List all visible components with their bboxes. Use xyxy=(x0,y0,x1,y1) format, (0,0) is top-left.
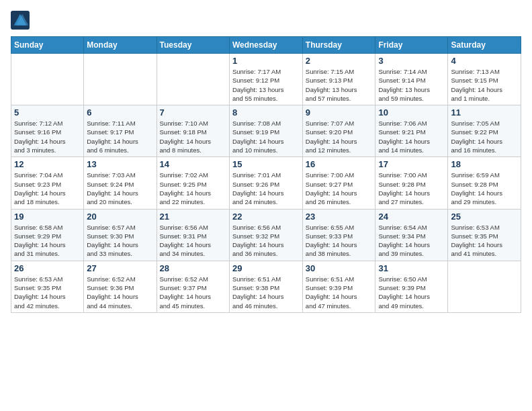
day-number: 17 xyxy=(378,159,445,169)
day-info: Sunrise: 6:56 AM Sunset: 9:32 PM Dayligh… xyxy=(232,223,300,259)
calendar-cell: 30Sunrise: 6:51 AM Sunset: 9:39 PM Dayli… xyxy=(302,261,375,312)
day-number: 24 xyxy=(378,212,445,222)
calendar-cell xyxy=(448,261,521,312)
calendar-cell: 10Sunrise: 7:06 AM Sunset: 9:21 PM Dayli… xyxy=(375,105,448,157)
day-info: Sunrise: 7:13 AM Sunset: 9:15 PM Dayligh… xyxy=(451,67,518,103)
calendar-cell: 8Sunrise: 7:08 AM Sunset: 9:19 PM Daylig… xyxy=(229,105,302,157)
calendar-cell: 23Sunrise: 6:55 AM Sunset: 9:33 PM Dayli… xyxy=(302,209,375,261)
calendar-week-row: 19Sunrise: 6:58 AM Sunset: 9:29 PM Dayli… xyxy=(11,209,521,261)
calendar-cell: 7Sunrise: 7:10 AM Sunset: 9:18 PM Daylig… xyxy=(157,105,229,157)
day-number: 4 xyxy=(451,56,518,66)
calendar-cell: 5Sunrise: 7:12 AM Sunset: 9:16 PM Daylig… xyxy=(11,105,84,157)
calendar-cell: 16Sunrise: 7:00 AM Sunset: 9:27 PM Dayli… xyxy=(302,157,375,209)
logo xyxy=(11,11,32,30)
day-info: Sunrise: 7:12 AM Sunset: 9:16 PM Dayligh… xyxy=(14,119,81,154)
day-number: 25 xyxy=(451,212,518,222)
calendar-cell: 9Sunrise: 7:07 AM Sunset: 9:20 PM Daylig… xyxy=(302,105,375,157)
day-number: 13 xyxy=(87,159,153,169)
day-info: Sunrise: 7:17 AM Sunset: 9:12 PM Dayligh… xyxy=(232,67,300,103)
calendar-cell: 21Sunrise: 6:56 AM Sunset: 9:31 PM Dayli… xyxy=(157,209,229,261)
weekday-header: Sunday xyxy=(11,37,84,54)
day-number: 16 xyxy=(306,159,373,169)
calendar-cell: 6Sunrise: 7:11 AM Sunset: 9:17 PM Daylig… xyxy=(84,105,157,157)
calendar-cell: 4Sunrise: 7:13 AM Sunset: 9:15 PM Daylig… xyxy=(448,54,521,105)
day-number: 7 xyxy=(160,107,226,118)
day-number: 12 xyxy=(14,159,81,169)
day-number: 28 xyxy=(160,263,226,273)
calendar-cell xyxy=(157,54,229,105)
weekday-header: Monday xyxy=(84,37,157,54)
calendar-cell: 2Sunrise: 7:15 AM Sunset: 9:13 PM Daylig… xyxy=(302,54,375,105)
day-info: Sunrise: 7:00 AM Sunset: 9:27 PM Dayligh… xyxy=(306,171,373,206)
day-number: 10 xyxy=(378,107,445,118)
calendar-cell: 1Sunrise: 7:17 AM Sunset: 9:12 PM Daylig… xyxy=(229,54,302,105)
day-number: 15 xyxy=(232,159,300,169)
weekday-header: Wednesday xyxy=(229,37,302,54)
calendar-cell: 26Sunrise: 6:53 AM Sunset: 9:35 PM Dayli… xyxy=(11,261,84,312)
day-number: 3 xyxy=(378,56,445,66)
day-number: 14 xyxy=(160,159,226,169)
weekday-header: Tuesday xyxy=(157,37,229,54)
day-info: Sunrise: 7:01 AM Sunset: 9:26 PM Dayligh… xyxy=(232,171,300,206)
day-number: 21 xyxy=(160,212,226,222)
day-info: Sunrise: 7:10 AM Sunset: 9:18 PM Dayligh… xyxy=(160,119,226,154)
day-info: Sunrise: 7:08 AM Sunset: 9:19 PM Dayligh… xyxy=(232,119,300,154)
day-number: 5 xyxy=(14,107,81,118)
calendar-cell: 15Sunrise: 7:01 AM Sunset: 9:26 PM Dayli… xyxy=(229,157,302,209)
calendar-cell: 29Sunrise: 6:51 AM Sunset: 9:38 PM Dayli… xyxy=(229,261,302,312)
calendar-header-row: SundayMondayTuesdayWednesdayThursdayFrid… xyxy=(11,37,521,54)
logo-icon xyxy=(11,11,30,30)
day-number: 30 xyxy=(306,263,373,273)
day-info: Sunrise: 6:51 AM Sunset: 9:38 PM Dayligh… xyxy=(232,275,300,310)
day-info: Sunrise: 7:06 AM Sunset: 9:21 PM Dayligh… xyxy=(378,119,445,154)
calendar-week-row: 1Sunrise: 7:17 AM Sunset: 9:12 PM Daylig… xyxy=(11,54,521,105)
day-number: 26 xyxy=(14,263,81,273)
calendar-cell: 18Sunrise: 6:59 AM Sunset: 9:28 PM Dayli… xyxy=(448,157,521,209)
day-number: 11 xyxy=(451,107,518,118)
day-number: 20 xyxy=(87,212,153,222)
calendar-cell: 3Sunrise: 7:14 AM Sunset: 9:14 PM Daylig… xyxy=(375,54,448,105)
calendar-cell: 14Sunrise: 7:02 AM Sunset: 9:25 PM Dayli… xyxy=(157,157,229,209)
day-info: Sunrise: 6:51 AM Sunset: 9:39 PM Dayligh… xyxy=(306,275,373,310)
day-info: Sunrise: 6:56 AM Sunset: 9:31 PM Dayligh… xyxy=(160,223,226,259)
day-number: 22 xyxy=(232,212,300,222)
calendar-cell: 20Sunrise: 6:57 AM Sunset: 9:30 PM Dayli… xyxy=(84,209,157,261)
day-info: Sunrise: 7:11 AM Sunset: 9:17 PM Dayligh… xyxy=(87,119,153,154)
day-number: 23 xyxy=(306,212,373,222)
day-number: 31 xyxy=(378,263,445,273)
calendar-cell: 12Sunrise: 7:04 AM Sunset: 9:23 PM Dayli… xyxy=(11,157,84,209)
day-info: Sunrise: 7:04 AM Sunset: 9:23 PM Dayligh… xyxy=(14,171,81,206)
day-number: 19 xyxy=(14,212,81,222)
day-info: Sunrise: 6:54 AM Sunset: 9:34 PM Dayligh… xyxy=(378,223,445,259)
day-number: 27 xyxy=(87,263,153,273)
day-info: Sunrise: 6:57 AM Sunset: 9:30 PM Dayligh… xyxy=(87,223,153,259)
day-number: 9 xyxy=(306,107,373,118)
calendar-cell: 24Sunrise: 6:54 AM Sunset: 9:34 PM Dayli… xyxy=(375,209,448,261)
weekday-header: Saturday xyxy=(448,37,521,54)
day-info: Sunrise: 7:14 AM Sunset: 9:14 PM Dayligh… xyxy=(378,67,445,103)
day-number: 1 xyxy=(232,56,300,66)
day-info: Sunrise: 6:53 AM Sunset: 9:35 PM Dayligh… xyxy=(14,275,81,310)
page-header xyxy=(11,11,521,30)
calendar-cell: 27Sunrise: 6:52 AM Sunset: 9:36 PM Dayli… xyxy=(84,261,157,312)
calendar-cell: 28Sunrise: 6:52 AM Sunset: 9:37 PM Dayli… xyxy=(157,261,229,312)
calendar-cell: 31Sunrise: 6:50 AM Sunset: 9:39 PM Dayli… xyxy=(375,261,448,312)
day-info: Sunrise: 7:07 AM Sunset: 9:20 PM Dayligh… xyxy=(306,119,373,154)
calendar-cell: 25Sunrise: 6:53 AM Sunset: 9:35 PM Dayli… xyxy=(448,209,521,261)
day-number: 6 xyxy=(87,107,153,118)
day-info: Sunrise: 6:58 AM Sunset: 9:29 PM Dayligh… xyxy=(14,223,81,259)
weekday-header: Thursday xyxy=(302,37,375,54)
day-info: Sunrise: 6:53 AM Sunset: 9:35 PM Dayligh… xyxy=(451,223,518,259)
day-info: Sunrise: 7:00 AM Sunset: 9:28 PM Dayligh… xyxy=(378,171,445,206)
calendar-cell: 22Sunrise: 6:56 AM Sunset: 9:32 PM Dayli… xyxy=(229,209,302,261)
calendar-cell: 19Sunrise: 6:58 AM Sunset: 9:29 PM Dayli… xyxy=(11,209,84,261)
calendar: SundayMondayTuesdayWednesdayThursdayFrid… xyxy=(11,36,521,313)
day-number: 29 xyxy=(232,263,300,273)
day-info: Sunrise: 7:02 AM Sunset: 9:25 PM Dayligh… xyxy=(160,171,226,206)
calendar-cell: 17Sunrise: 7:00 AM Sunset: 9:28 PM Dayli… xyxy=(375,157,448,209)
calendar-cell: 13Sunrise: 7:03 AM Sunset: 9:24 PM Dayli… xyxy=(84,157,157,209)
calendar-week-row: 12Sunrise: 7:04 AM Sunset: 9:23 PM Dayli… xyxy=(11,157,521,209)
day-info: Sunrise: 7:15 AM Sunset: 9:13 PM Dayligh… xyxy=(306,67,373,103)
day-info: Sunrise: 6:52 AM Sunset: 9:36 PM Dayligh… xyxy=(87,275,153,310)
day-info: Sunrise: 7:05 AM Sunset: 9:22 PM Dayligh… xyxy=(451,119,518,154)
